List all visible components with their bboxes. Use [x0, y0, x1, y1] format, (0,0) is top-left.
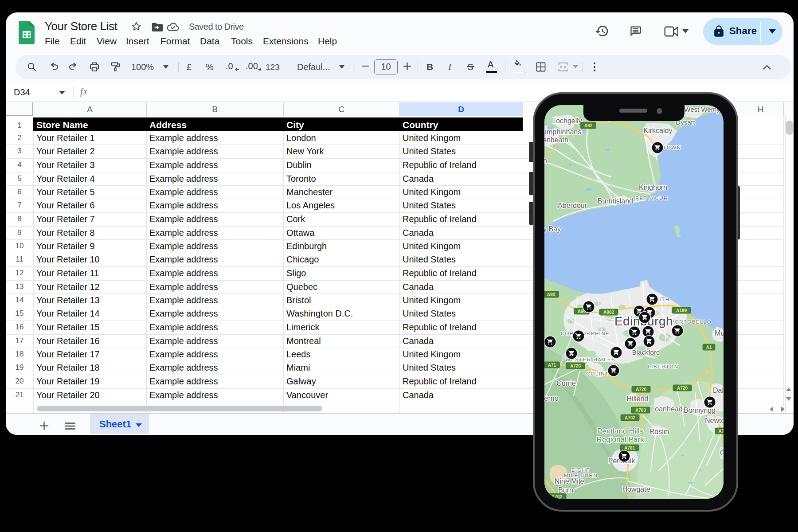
svg-text:Burn: Burn	[558, 486, 573, 494]
svg-text:Lochgelly: Lochgelly	[552, 117, 582, 125]
svg-text:Blackford: Blackford	[632, 348, 660, 356]
svg-text:A703: A703	[635, 408, 646, 413]
svg-text:A720: A720	[677, 386, 688, 391]
svg-text:A90: A90	[547, 292, 555, 297]
svg-text:umphinnans: umphinnans	[544, 128, 581, 136]
svg-text:LIBERTON: LIBERTON	[648, 364, 678, 369]
svg-text:A702: A702	[625, 415, 635, 420]
svg-text:TOWN: TOWN	[663, 145, 681, 150]
svg-text:Mus: Mus	[715, 329, 724, 337]
svg-text:A701: A701	[624, 446, 635, 450]
svg-text:enbeath: enbeath	[544, 136, 568, 144]
svg-text:Loanhead: Loanhead	[651, 405, 682, 413]
svg-text:A720: A720	[636, 387, 646, 392]
svg-text:Kinghorn: Kinghorn	[639, 184, 667, 191]
svg-text:Newtong: Newtong	[705, 417, 724, 424]
svg-text:PORTOBELLO: PORTOBELLO	[671, 319, 712, 325]
svg-text:PETTYCUR: PETTYCUR	[635, 196, 668, 201]
svg-text:Howgate: Howgate	[622, 485, 650, 493]
svg-text:EIGHT: EIGHT	[571, 467, 591, 473]
svg-text:h: h	[544, 157, 547, 164]
svg-text:Currie: Currie	[556, 379, 576, 387]
svg-text:y Bay: y Bay	[544, 225, 561, 233]
svg-text:Roslin: Roslin	[649, 428, 669, 435]
svg-text:A199: A199	[676, 308, 687, 313]
svg-text:A1: A1	[706, 345, 712, 350]
svg-text:Aberdour: Aberdour	[558, 202, 587, 209]
svg-text:ITH: ITH	[659, 297, 669, 302]
svg-text:Regional Park: Regional Park	[597, 435, 644, 444]
svg-text:Hillend: Hillend	[627, 395, 649, 403]
svg-text:A902: A902	[603, 310, 614, 315]
svg-text:lerno: lerno	[544, 395, 559, 402]
svg-text:A7: A7	[719, 429, 724, 434]
svg-text:Dalke: Dalke	[713, 387, 724, 394]
svg-text:A71: A71	[548, 363, 556, 368]
svg-text:Nine Mile: Nine Mile	[555, 477, 584, 485]
svg-text:A720: A720	[570, 364, 581, 368]
svg-text:A92: A92	[584, 123, 593, 128]
svg-text:CORSTORPHINE: CORSTORPHINE	[561, 331, 610, 336]
svg-text:Pentland Hills: Pentland Hills	[597, 427, 643, 435]
svg-text:Kirkcaldy: Kirkcaldy	[644, 127, 673, 134]
svg-text:G: G	[720, 449, 724, 457]
svg-text:Burntisland: Burntisland	[598, 197, 633, 205]
